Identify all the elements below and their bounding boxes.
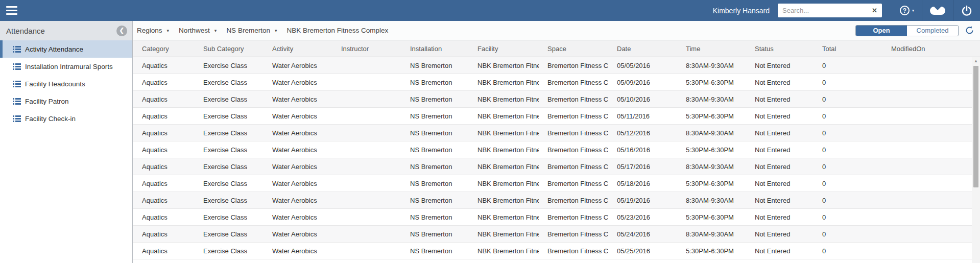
cell-total: 0 [814, 158, 882, 175]
cell-space: Bremerton Fitness Co... [539, 125, 608, 141]
column-header-total[interactable]: Total [814, 40, 882, 57]
cell-instructor [332, 108, 401, 124]
sidebar-item-label: Facility Patron [25, 98, 69, 105]
cell-date: 05/25/2016 [608, 243, 677, 259]
sidebar-item-activity-attendance[interactable]: Activity Attendance [0, 40, 132, 58]
help-button[interactable]: ? ▾ [892, 0, 922, 21]
filter-bar: Regions ▾ Northwest ▾ NS Bremerton ▾ NBK… [133, 21, 980, 40]
dropdown-caret-icon: ▾ [214, 28, 217, 33]
inbox-button[interactable] [922, 0, 953, 21]
refresh-button[interactable] [965, 26, 974, 35]
cell-total: 0 [814, 209, 882, 225]
table-row[interactable]: Aquatics Exercise Class Water Aerobics N… [133, 175, 972, 192]
column-header-space[interactable]: Space [539, 40, 608, 57]
cell-category: Aquatics [133, 91, 195, 107]
cell-total: 0 [814, 175, 882, 192]
table-row[interactable]: Aquatics Exercise Class Water Aerobics N… [133, 192, 972, 209]
cell-facility: NBK Bremerton Fitne... [469, 192, 539, 208]
search-clear-icon[interactable]: ✕ [867, 4, 882, 17]
scrollbar-thumb[interactable] [973, 66, 978, 187]
help-icon: ? [900, 6, 910, 15]
open-toggle-button[interactable]: Open [856, 26, 907, 36]
cell-time: 5:30PM-6:30PM [677, 175, 746, 192]
cell-activity: Water Aerobics [264, 243, 332, 259]
vertical-scrollbar[interactable]: ▲ [972, 57, 980, 263]
cell-modifiedon [882, 226, 972, 242]
cell-space: Bremerton Fitness Co... [539, 192, 608, 208]
sidebar-item-facility-patron[interactable]: Facility Patron [0, 92, 132, 110]
column-header-date[interactable]: Date [608, 40, 677, 57]
sidebar-item-installation-intramural-sports[interactable]: Installation Intramural Sports [0, 58, 132, 75]
column-header-status[interactable]: Status [746, 40, 814, 57]
cell-time: 8:30AM-9:30AM [677, 57, 746, 74]
cell-facility: NBK Bremerton Fitne... [469, 175, 539, 192]
cell-time: 8:30AM-9:30AM [677, 192, 746, 208]
table-row[interactable]: Aquatics Exercise Class Water Aerobics N… [133, 243, 972, 259]
cell-facility: NBK Bremerton Fitne... [469, 108, 539, 124]
cell-category: Aquatics [133, 243, 195, 259]
cell-category: Aquatics [133, 175, 195, 192]
column-header-activity[interactable]: Activity [264, 40, 332, 57]
search-box: ✕ [778, 4, 882, 17]
table-row[interactable]: Aquatics Exercise Class Water Aerobics N… [133, 226, 972, 243]
sidebar-item-facility-headcounts[interactable]: Facility Headcounts [0, 75, 132, 92]
cell-sub-category: Exercise Class [195, 74, 264, 90]
filter-region-northwest[interactable]: Northwest ▾ [179, 27, 217, 34]
filter-regions[interactable]: Regions ▾ [137, 27, 169, 34]
scroll-up-icon[interactable]: ▲ [972, 57, 980, 65]
cell-installation: NS Bremerton [401, 57, 469, 74]
cell-date: 05/05/2016 [608, 57, 677, 74]
column-header-category[interactable]: Category [133, 40, 195, 57]
cell-activity: Water Aerobics [264, 226, 332, 242]
cell-status: Not Entered [746, 74, 814, 90]
table-row[interactable]: Aquatics Exercise Class Water Aerobics N… [133, 74, 972, 91]
cell-space: Bremerton Fitness Co... [539, 175, 608, 192]
sidebar-collapse-icon[interactable]: ❮ [116, 26, 127, 36]
sidebar-item-facility-check-in[interactable]: Facility Check-in [0, 110, 132, 127]
column-header-installation[interactable]: Installation [401, 40, 469, 57]
column-header-instructor[interactable]: Instructor [332, 40, 401, 57]
cell-facility: NBK Bremerton Fitne... [469, 74, 539, 90]
cell-activity: Water Aerobics [264, 209, 332, 225]
cell-instructor [332, 125, 401, 141]
filter-facility-name: NBK Bremerton Fitness Complex [286, 27, 388, 34]
cell-facility: NBK Bremerton Fitne... [469, 125, 539, 141]
cell-facility: NBK Bremerton Fitne... [469, 158, 539, 175]
cell-status: Not Entered [746, 57, 814, 74]
table-rows: Aquatics Exercise Class Water Aerobics N… [133, 57, 972, 259]
cell-facility: NBK Bremerton Fitne... [469, 209, 539, 225]
completed-toggle-button[interactable]: Completed [907, 26, 958, 36]
list-icon [13, 81, 21, 87]
menu-icon[interactable] [6, 4, 19, 17]
cell-sub-category: Exercise Class [195, 175, 264, 192]
table-row[interactable]: Aquatics Exercise Class Water Aerobics N… [133, 91, 972, 108]
column-header-sub-category[interactable]: Sub Category [195, 40, 264, 57]
cell-instructor [332, 243, 401, 259]
logout-button[interactable] [953, 0, 980, 21]
filter-installation-ns-bremerton[interactable]: NS Bremerton ▾ [226, 27, 277, 34]
table-row[interactable]: Aquatics Exercise Class Water Aerobics N… [133, 125, 972, 141]
column-header-facility[interactable]: Facility [469, 40, 539, 57]
table-row[interactable]: Aquatics Exercise Class Water Aerobics N… [133, 108, 972, 125]
cell-installation: NS Bremerton [401, 226, 469, 242]
search-input[interactable] [778, 4, 867, 17]
dropdown-caret-icon: ▾ [167, 28, 170, 33]
cell-installation: NS Bremerton [401, 192, 469, 208]
cell-installation: NS Bremerton [401, 108, 469, 124]
table-header-row: Category Sub Category Activity Instructo… [133, 40, 980, 57]
cell-activity: Water Aerobics [264, 108, 332, 124]
table-row[interactable]: Aquatics Exercise Class Water Aerobics N… [133, 57, 972, 74]
inbox-icon [930, 7, 945, 15]
column-header-modifiedon[interactable]: ModifiedOn [882, 40, 980, 57]
sidebar-item-label: Facility Check-in [25, 115, 76, 123]
column-header-time[interactable]: Time [677, 40, 746, 57]
table-row[interactable]: Aquatics Exercise Class Water Aerobics N… [133, 158, 972, 175]
cell-total: 0 [814, 108, 882, 124]
cell-date: 05/10/2016 [608, 91, 677, 107]
power-icon [961, 5, 972, 16]
sidebar: Attendance ❮ Activity Attendance Install… [0, 21, 133, 263]
cell-instructor [332, 158, 401, 175]
table-row[interactable]: Aquatics Exercise Class Water Aerobics N… [133, 209, 972, 226]
table-row[interactable]: Aquatics Exercise Class Water Aerobics N… [133, 141, 972, 158]
cell-category: Aquatics [133, 57, 195, 74]
